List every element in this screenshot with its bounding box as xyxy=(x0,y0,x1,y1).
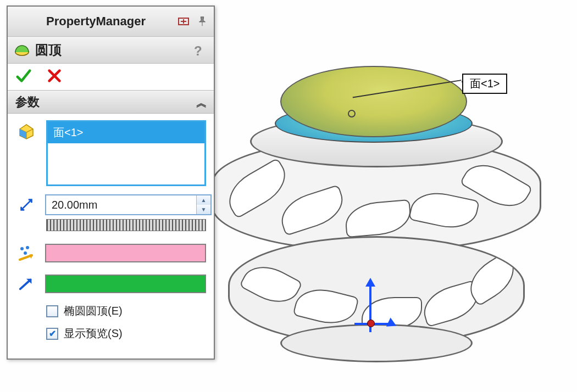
direction-field[interactable] xyxy=(45,275,206,293)
model[interactable]: 面<1> xyxy=(220,66,572,373)
model-blade xyxy=(344,199,413,238)
distance-input[interactable] xyxy=(46,195,196,214)
parameters-section: 参数 ︽ 面<1> xyxy=(8,90,214,359)
keep-visible-icon[interactable] xyxy=(176,14,191,29)
model-blade xyxy=(276,184,349,236)
feature-header: 圆顶 ? xyxy=(8,36,214,64)
svg-point-3 xyxy=(26,246,29,249)
model-foot xyxy=(280,324,473,362)
spinner-up-button[interactable]: ▲ xyxy=(197,195,210,205)
feature-title: 圆顶 xyxy=(35,41,62,59)
ok-button[interactable] xyxy=(15,68,32,86)
direction-arrow-icon xyxy=(15,273,37,295)
model-blade xyxy=(239,257,303,312)
svg-point-4 xyxy=(24,251,27,255)
ellipse-dome-checkbox[interactable] xyxy=(46,305,58,317)
face-selection-list[interactable]: 面<1> xyxy=(46,120,206,186)
parameters-title: 参数 xyxy=(15,94,40,110)
confirm-bar xyxy=(8,64,214,90)
distance-icon xyxy=(15,194,37,216)
property-manager-panel: PropertyManager 圆顶 ? 参数 xyxy=(7,5,215,360)
distance-slider[interactable] xyxy=(46,219,206,231)
constraint-point-icon xyxy=(15,242,37,264)
pin-icon[interactable] xyxy=(195,14,209,29)
distance-spinner[interactable]: ▲ ▼ xyxy=(196,195,210,214)
help-icon[interactable]: ? xyxy=(194,43,207,57)
property-manager-titlebar: PropertyManager xyxy=(8,7,214,36)
property-manager-title: PropertyManager xyxy=(46,14,146,29)
triad-origin[interactable] xyxy=(367,320,375,327)
spinner-down-button[interactable]: ▼ xyxy=(197,205,210,214)
model-blade xyxy=(408,187,480,233)
face-select-icon xyxy=(15,120,37,142)
triad-z-arrow-icon xyxy=(365,278,375,287)
show-preview-checkbox[interactable] xyxy=(46,328,58,340)
constraint-sketch-field[interactable] xyxy=(45,244,206,262)
ellipse-dome-label: 椭圆圆顶(E) xyxy=(64,304,123,318)
model-blade xyxy=(292,283,359,330)
svg-point-2 xyxy=(20,247,24,250)
cancel-button[interactable] xyxy=(46,68,63,86)
selection-callout: 面<1> xyxy=(462,74,507,94)
face-selection-item[interactable]: 面<1> xyxy=(48,122,204,143)
parameters-header[interactable]: 参数 ︽ xyxy=(8,91,214,114)
model-blade xyxy=(220,158,294,219)
distance-field[interactable]: ▲ ▼ xyxy=(45,194,212,215)
show-preview-label: 显示预览(S) xyxy=(64,326,123,341)
collapse-chevron-icon[interactable]: ︽ xyxy=(196,96,207,110)
dome-feature-icon xyxy=(14,42,30,58)
